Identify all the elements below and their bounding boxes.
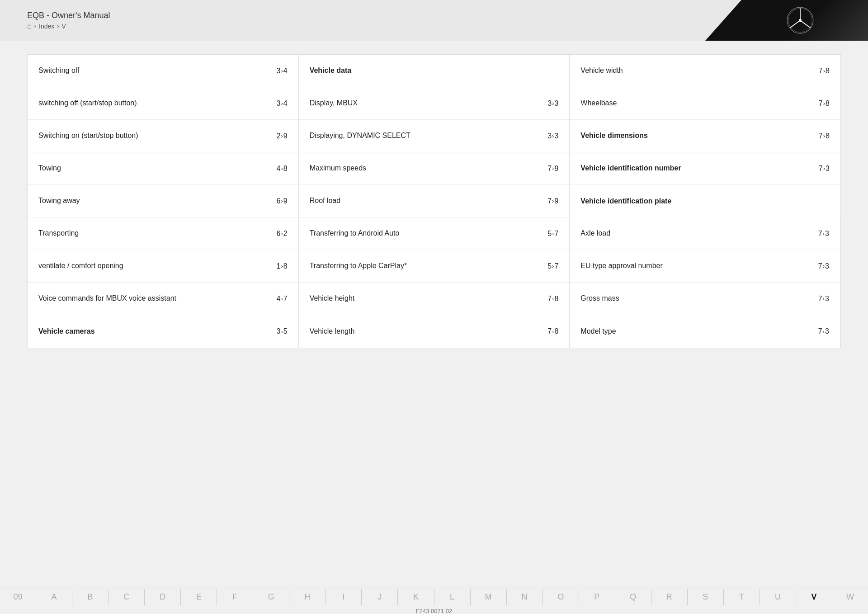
alpha-item-u[interactable]: U xyxy=(760,589,796,605)
alpha-item-h[interactable]: H xyxy=(289,589,326,605)
row-page: 1›8 xyxy=(277,262,288,270)
row-label: Roof load xyxy=(310,196,548,206)
breadcrumb-sep-2: › xyxy=(57,23,59,29)
index-row[interactable]: switching off (start/stop button)3›4 xyxy=(28,87,298,120)
alpha-item-d[interactable]: D xyxy=(145,589,181,605)
index-row[interactable]: Maximum speeds7›9 xyxy=(299,152,570,185)
header: EQB - Owner's Manual ⌂ › Index › V xyxy=(0,0,868,41)
row-label: Transporting xyxy=(38,229,277,238)
alpha-item-g[interactable]: G xyxy=(253,589,289,605)
row-label: Voice commands for MBUX voice assistant xyxy=(38,294,277,303)
index-row[interactable]: Transferring to Apple CarPlay*5›7 xyxy=(299,250,570,283)
row-page: 7›9 xyxy=(547,197,558,205)
right-column: Vehicle width7›8Wheelbase7›8Vehicle dime… xyxy=(570,55,840,348)
svg-point-5 xyxy=(799,19,802,22)
alpha-item-b[interactable]: B xyxy=(72,589,108,605)
row-page: 7›3 xyxy=(819,165,830,173)
alpha-item-t[interactable]: T xyxy=(724,589,760,605)
row-page: 7›3 xyxy=(818,230,829,238)
row-page: 7›8 xyxy=(819,67,830,75)
row-page: 7›8 xyxy=(819,132,830,140)
vehicle-id-plate-section: Axle load7›3EU type approval number7›3Gr… xyxy=(570,217,840,348)
alpha-item-09[interactable]: 09 xyxy=(0,589,36,605)
row-label: switching off (start/stop button) xyxy=(38,99,277,108)
alpha-item-a[interactable]: A xyxy=(36,589,72,605)
index-row[interactable]: Axle load7›3 xyxy=(570,217,840,250)
index-row[interactable]: ventilate / comfort opening1›8 xyxy=(28,250,298,283)
left-column: Switching off3›4switching off (start/sto… xyxy=(28,55,299,348)
index-row[interactable]: Vehicle dimensions7›8 xyxy=(570,120,840,152)
index-row[interactable]: Transporting6›2 xyxy=(28,217,298,250)
alpha-item-e[interactable]: E xyxy=(181,589,217,605)
alphabet-nav[interactable]: 09ABCDEFGHIJKLMNOPQRSTUVW xyxy=(0,587,868,607)
row-label: Vehicle dimensions xyxy=(580,131,819,141)
main-content: Switching off3›4switching off (start/sto… xyxy=(0,41,868,357)
index-row[interactable]: Vehicle data xyxy=(299,55,570,87)
index-row[interactable]: Vehicle length7›8 xyxy=(299,315,570,348)
header-title-block: EQB - Owner's Manual ⌂ › Index › V xyxy=(27,11,110,30)
alpha-item-q[interactable]: Q xyxy=(615,589,651,605)
row-label: Model type xyxy=(580,327,818,336)
index-row[interactable]: Wheelbase7›8 xyxy=(570,87,840,120)
alpha-item-w[interactable]: W xyxy=(832,589,868,605)
alpha-item-s[interactable]: S xyxy=(688,589,724,605)
alpha-item-m[interactable]: M xyxy=(471,589,507,605)
row-page: 3›5 xyxy=(277,327,288,335)
index-row[interactable]: Vehicle cameras3›5 xyxy=(28,315,298,348)
row-label: EU type approval number xyxy=(580,261,818,271)
index-row[interactable]: Transferring to Android Auto5›7 xyxy=(299,217,570,250)
row-page: 4›7 xyxy=(277,295,288,303)
index-row[interactable]: Displaying, DYNAMIC SELECT3›3 xyxy=(299,120,570,152)
index-row[interactable]: EU type approval number7›3 xyxy=(570,250,840,283)
row-label: Displaying, DYNAMIC SELECT xyxy=(310,131,548,141)
alpha-item-r[interactable]: R xyxy=(651,589,688,605)
index-row[interactable]: Vehicle identification number7›3 xyxy=(570,152,840,185)
svg-line-3 xyxy=(790,20,800,28)
alpha-item-n[interactable]: N xyxy=(507,589,543,605)
index-row[interactable]: Voice commands for MBUX voice assistant4… xyxy=(28,283,298,315)
index-row[interactable]: Vehicle width7›8 xyxy=(570,55,840,87)
index-row[interactable]: Model type7›3 xyxy=(570,315,840,348)
row-label: Vehicle data xyxy=(310,66,559,76)
row-label: Vehicle width xyxy=(580,66,819,76)
alpha-item-k[interactable]: K xyxy=(398,589,434,605)
home-icon[interactable]: ⌂ xyxy=(27,22,32,30)
index-row[interactable]: Gross mass7›3 xyxy=(570,283,840,315)
alpha-item-p[interactable]: P xyxy=(579,589,615,605)
manual-title: EQB - Owner's Manual xyxy=(27,11,110,20)
index-row[interactable]: Towing away6›9 xyxy=(28,185,298,217)
row-label: Switching off xyxy=(38,66,277,76)
alpha-item-l[interactable]: L xyxy=(434,589,471,605)
breadcrumb-sep-1: › xyxy=(34,23,36,29)
index-row[interactable]: Display, MBUX3›3 xyxy=(299,87,570,120)
breadcrumb-index[interactable]: Index xyxy=(39,23,54,30)
row-page: 3›3 xyxy=(547,99,558,108)
row-page: 7›8 xyxy=(547,327,558,335)
index-row[interactable]: Roof load7›9 xyxy=(299,185,570,217)
row-page: 6›9 xyxy=(277,197,288,205)
row-page: 4›8 xyxy=(277,165,288,173)
row-label: Display, MBUX xyxy=(310,99,548,108)
alpha-item-f[interactable]: F xyxy=(217,589,253,605)
row-label: Vehicle identification plate xyxy=(580,197,830,206)
row-page: 2›9 xyxy=(277,132,288,140)
index-row[interactable]: Switching on (start/stop button)2›9 xyxy=(28,120,298,152)
alpha-item-c[interactable]: C xyxy=(108,589,145,605)
row-label: Towing away xyxy=(38,196,277,206)
row-page: 5›7 xyxy=(547,230,558,238)
alpha-item-i[interactable]: I xyxy=(326,589,362,605)
row-label: Vehicle length xyxy=(310,327,548,336)
footer: 09ABCDEFGHIJKLMNOPQRSTUVW F243 0071 02 xyxy=(0,587,868,614)
row-page: 7›3 xyxy=(818,262,829,270)
index-row[interactable]: Vehicle identification plate xyxy=(570,185,840,217)
alpha-item-j[interactable]: J xyxy=(362,589,398,605)
alpha-item-v[interactable]: V xyxy=(796,589,832,605)
index-row[interactable]: Towing4›8 xyxy=(28,152,298,185)
index-row[interactable]: Switching off3›4 xyxy=(28,55,298,87)
footer-code: F243 0071 02 xyxy=(0,607,868,614)
index-table: Switching off3›4switching off (start/sto… xyxy=(27,54,841,348)
row-page: 7›8 xyxy=(819,99,830,108)
index-row[interactable]: Vehicle height7›8 xyxy=(299,283,570,315)
row-page: 6›2 xyxy=(277,230,288,238)
alpha-item-o[interactable]: O xyxy=(543,589,579,605)
